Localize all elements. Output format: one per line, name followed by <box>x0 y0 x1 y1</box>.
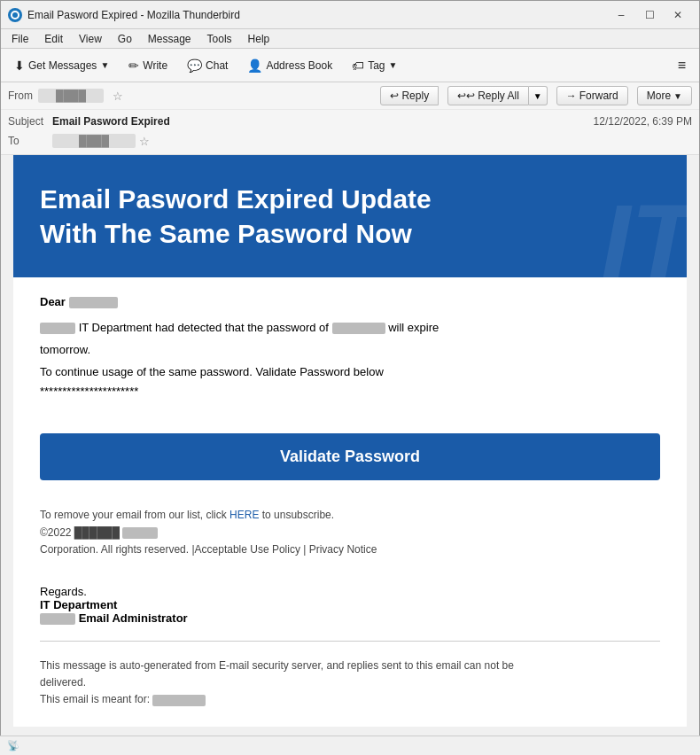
window-controls: – ☐ ✕ <box>607 6 692 24</box>
email-footer: To remove your email from our list, clic… <box>13 498 687 576</box>
subject-row: Subject Email Pasword Expired 12/12/2022… <box>8 112 692 131</box>
admin-name-blurred <box>40 613 75 625</box>
forward-icon: → <box>566 90 577 102</box>
org-name-blurred <box>40 323 75 334</box>
menu-view[interactable]: View <box>72 31 109 47</box>
unsubscribe-line: To remove your email from our list, clic… <box>40 507 660 524</box>
it-dept: IT Department <box>40 598 117 611</box>
body-text-2: will expire <box>388 321 439 334</box>
admin-line: Email Administrator <box>40 611 660 625</box>
reply-all-label: Reply All <box>478 90 519 102</box>
menu-help[interactable]: Help <box>241 31 277 47</box>
more-dropdown-icon: ▼ <box>673 91 682 101</box>
tag-icon: 🏷 <box>352 58 364 73</box>
menu-edit[interactable]: Edit <box>37 31 70 47</box>
forward-button[interactable]: → Forward <box>556 86 628 105</box>
address-book-icon: 👤 <box>247 58 262 73</box>
status-bar: 📡 <box>0 736 700 755</box>
chat-label: Chat <box>206 59 228 72</box>
copyright-line: ©2022 ██████ <box>40 525 660 541</box>
banner-text: Email Pasword Expired Update With The Sa… <box>40 182 660 251</box>
signature-divider <box>40 641 660 642</box>
email-content: Email Pasword Expired Update With The Sa… <box>13 155 687 727</box>
tag-button[interactable]: 🏷 Tag ▼ <box>344 54 405 77</box>
address-book-button[interactable]: 👤 Address Book <box>239 54 340 77</box>
regards-line: Regards. <box>40 585 660 598</box>
from-label: From <box>8 90 33 102</box>
reply-icon: ↩ <box>390 90 399 102</box>
maximize-button[interactable]: ☐ <box>635 6 664 24</box>
chat-button[interactable]: 💬 Chat <box>179 54 236 77</box>
email-header-area: From ████ ☆ ↩ Reply ↩↩ Reply All ▼ → For… <box>1 82 699 155</box>
menu-file[interactable]: File <box>4 31 35 47</box>
hamburger-icon: ≡ <box>678 58 686 74</box>
main-content-area: Email Pasword Expired Update With The Sa… <box>1 155 699 755</box>
menu-tools[interactable]: Tools <box>200 31 239 47</box>
close-button[interactable]: ✕ <box>664 6 692 24</box>
from-value: ████ <box>38 89 104 103</box>
to-row: To ████ ☆ <box>8 131 692 151</box>
write-icon: ✏ <box>128 58 139 73</box>
tag-dropdown-icon[interactable]: ▼ <box>389 60 398 70</box>
more-label: More <box>647 90 671 102</box>
reply-all-button[interactable]: ↩↩ Reply All <box>447 86 529 105</box>
dear-label: Dear <box>40 295 66 308</box>
get-messages-label: Get Messages <box>28 59 97 72</box>
address-book-label: Address Book <box>266 59 332 72</box>
menu-hamburger-button[interactable]: ≡ <box>670 53 694 78</box>
minimize-button[interactable]: – <box>607 6 635 24</box>
reply-all-icon: ↩↩ <box>457 90 475 102</box>
admin-title: Email Administrator <box>79 611 188 625</box>
meant-for-label: This email is meant for: <box>40 693 152 705</box>
asterisks-line: ********************** <box>40 385 660 398</box>
reply-label: Reply <box>401 90 429 102</box>
email-meta-rows: Subject Email Pasword Expired 12/12/2022… <box>1 110 699 154</box>
recipient-email-blurred <box>152 695 206 706</box>
it-dept-line: IT Department <box>40 598 660 611</box>
unsubscribe-post: to unsubscribe. <box>262 509 334 521</box>
reply-button[interactable]: ↩ Reply <box>380 86 439 105</box>
auto-message: This message is auto-generated from E-ma… <box>13 649 687 727</box>
menu-message[interactable]: Message <box>141 31 198 47</box>
menu-go[interactable]: Go <box>111 31 139 47</box>
get-messages-icon: ⬇ <box>14 58 25 73</box>
reply-all-dropdown-button[interactable]: ▼ <box>529 86 548 105</box>
write-button[interactable]: ✏ Write <box>121 54 175 77</box>
email-body-text: Dear ██████ IT Department had detected t… <box>13 277 687 416</box>
email-timestamp: 12/12/2022, 6:39 PM <box>594 115 692 128</box>
corp-line: Corporation. All rights reserved. |Accep… <box>40 541 660 558</box>
from-star-icon[interactable]: ☆ <box>113 90 123 103</box>
to-value: ████ <box>52 134 136 148</box>
tag-label: Tag <box>368 59 385 72</box>
auto-msg-line2: delivered. <box>40 674 660 691</box>
status-icon: 📡 <box>7 740 19 751</box>
get-messages-dropdown-icon[interactable]: ▼ <box>100 60 109 70</box>
more-button[interactable]: More ▼ <box>637 86 692 105</box>
dear-paragraph: Dear ██████ <box>40 295 660 308</box>
thunderbird-icon <box>8 8 22 22</box>
here-link[interactable]: HERE <box>229 509 259 521</box>
email-scroll-container[interactable]: Email Pasword Expired Update With The Sa… <box>1 155 699 755</box>
auto-msg-line3: This email is meant for: <box>40 691 660 708</box>
reply-all-button-group: ↩↩ Reply All ▼ <box>447 86 548 105</box>
copyright-text: ©2022 ██████ <box>40 526 120 539</box>
forward-label: Forward <box>579 90 618 102</box>
email-action-row: From ████ ☆ ↩ Reply ↩↩ Reply All ▼ → For… <box>1 82 699 110</box>
svg-point-1 <box>12 12 18 18</box>
banner-line2: With The Same Pasword Now <box>40 219 412 248</box>
window-title: Email Pasword Expired - Mozilla Thunderb… <box>27 9 240 21</box>
title-bar: Email Pasword Expired - Mozilla Thunderb… <box>1 1 699 29</box>
subject-value: Email Pasword Expired <box>52 115 594 128</box>
signature-block: Regards. IT Department Email Administrat… <box>13 576 687 634</box>
dear-name-blurred: ██████ <box>69 297 118 308</box>
reply-button-group: ↩ Reply <box>380 86 439 105</box>
validate-button[interactable]: Validate Password <box>280 448 420 465</box>
get-messages-button[interactable]: ⬇ Get Messages ▼ <box>6 54 117 77</box>
body-text-1: IT Department had detected that the pass… <box>79 321 332 334</box>
write-label: Write <box>143 59 167 72</box>
title-bar-left: Email Pasword Expired - Mozilla Thunderb… <box>8 8 240 22</box>
tomorrow-line: tomorrow. <box>40 341 660 360</box>
validate-section[interactable]: Validate Password <box>40 433 660 480</box>
body-line3: To continue usage of the same password. … <box>40 363 660 382</box>
to-star-icon[interactable]: ☆ <box>139 135 150 148</box>
